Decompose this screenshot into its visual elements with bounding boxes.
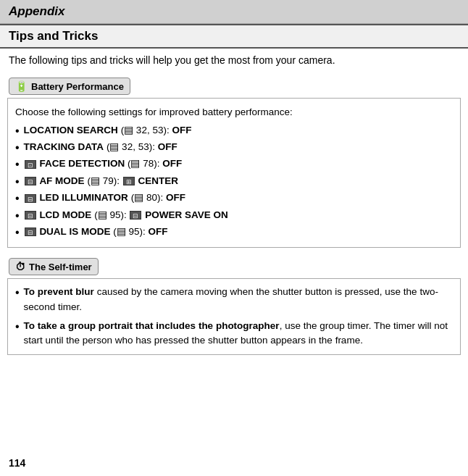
section-title: Tips and Tricks — [9, 29, 98, 43]
battery-bullet-list: • LOCATION SEARCH (▤ 32, 53): OFF • TRAC… — [15, 123, 453, 241]
section-title-bar: Tips and Tricks — [0, 24, 468, 49]
list-item: • LOCATION SEARCH (▤ 32, 53): OFF — [15, 123, 453, 139]
list-item: • ⊟ LED ILLUMINATOR (▤ 80): OFF — [15, 191, 453, 206]
list-item: • To take a group portrait that includes… — [15, 319, 453, 348]
bullet-text: To take a group portrait that includes t… — [24, 319, 453, 348]
bullet-text: ⊟ LED ILLUMINATOR (▤ 80): OFF — [24, 191, 185, 205]
list-item: • To prevent blur caused by the camera m… — [15, 285, 453, 314]
bullet-dot: • — [15, 123, 20, 139]
page-number-text: 114 — [9, 457, 25, 469]
bullet-dot: • — [15, 191, 20, 206]
battery-intro-text: Choose the following settings for improv… — [15, 107, 293, 117]
intro-text: The following tips and tricks will help … — [0, 49, 468, 72]
bullet-text: LOCATION SEARCH (▤ 32, 53): OFF — [24, 123, 192, 138]
selftimer-bullet-list: • To prevent blur caused by the camera m… — [15, 285, 453, 348]
bullet-text: ⊡ FACE DETECTION (▤ 78): OFF — [24, 156, 183, 171]
list-item: • ⊟ DUAL IS MODE (▤ 95): OFF — [15, 225, 453, 241]
bullet-text: To prevent blur caused by the camera mov… — [24, 285, 453, 314]
bullet-dot: • — [15, 285, 20, 301]
list-item: • ⊟ LCD MODE (▤ 95): ⊟ POWER SAVE ON — [15, 208, 453, 224]
selftimer-header-label: The Self-timer — [29, 262, 92, 272]
bullet-dot: • — [15, 156, 20, 172]
bullet-dot: • — [15, 174, 20, 190]
list-item: • ⊡ FACE DETECTION (▤ 78): OFF — [15, 156, 453, 172]
section-intro: The following tips and tricks will help … — [9, 54, 335, 66]
bullet-text: TRACKING DATA (▤ 32, 53): OFF — [24, 140, 177, 154]
bullet-dot: • — [15, 225, 20, 241]
list-item: • TRACKING DATA (▤ 32, 53): OFF — [15, 140, 453, 156]
page-number: 114 — [9, 457, 25, 469]
page-header: Appendix — [0, 0, 468, 24]
selftimer-header: ⏱ The Self-timer — [9, 258, 99, 275]
bullet-dot: • — [15, 319, 20, 335]
bullet-text: ⊟ LCD MODE (▤ 95): ⊟ POWER SAVE ON — [24, 208, 228, 222]
battery-content-box: Choose the following settings for improv… — [7, 98, 461, 248]
list-item: • ⊟ AF MODE (▤ 79): ⊞ CENTER — [15, 174, 453, 190]
bullet-text: ⊟ AF MODE (▤ 79): ⊞ CENTER — [24, 174, 178, 188]
bullet-dot: • — [15, 208, 20, 224]
battery-header: 🔋 Battery Performance — [9, 78, 130, 95]
header-title: Appendix — [9, 4, 64, 18]
battery-icon: 🔋 — [15, 80, 28, 92]
battery-intro: Choose the following settings for improv… — [15, 104, 453, 120]
bullet-text: ⊟ DUAL IS MODE (▤ 95): OFF — [24, 225, 168, 239]
selftimer-content-box: • To prevent blur caused by the camera m… — [7, 278, 461, 355]
battery-header-label: Battery Performance — [31, 81, 124, 92]
bullet-dot: • — [15, 140, 20, 156]
selftimer-icon: ⏱ — [15, 261, 25, 272]
